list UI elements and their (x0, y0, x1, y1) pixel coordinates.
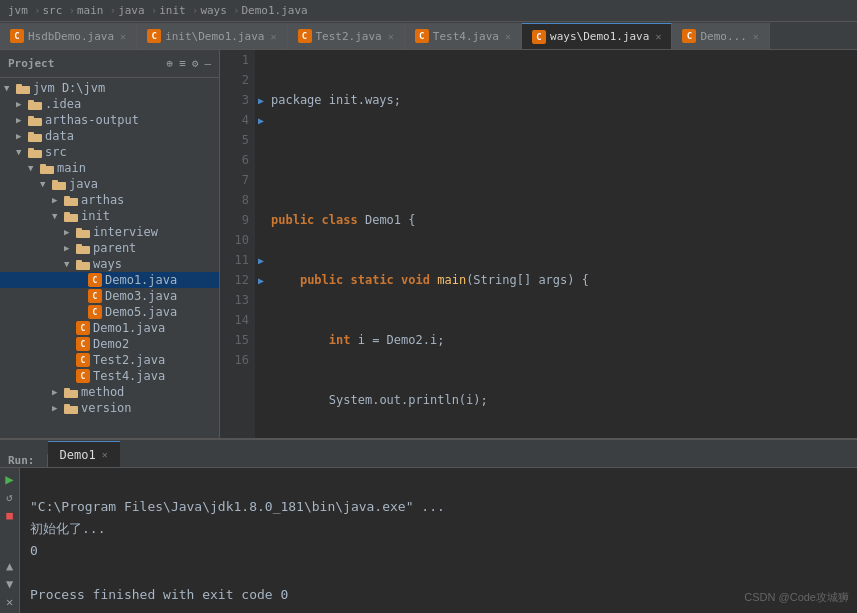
run-content: ▶ ↺ ■ ▲ ▼ ✕ "C:\Program Files\Java\jdk1.… (0, 468, 857, 613)
tree-interview[interactable]: ▶ interview (0, 224, 219, 240)
tree-src[interactable]: ▼ src (0, 144, 219, 160)
tree-label: jvm D:\jvm (33, 81, 105, 95)
tree-method[interactable]: ▶ method (0, 384, 219, 400)
scroll-up-button[interactable]: ▲ (3, 559, 17, 573)
tree-init[interactable]: ▼ init (0, 208, 219, 224)
tree-label: src (45, 145, 67, 159)
tab-close-icon[interactable]: ✕ (505, 31, 511, 42)
tree-arthas-output[interactable]: ▶ arthas-output (0, 112, 219, 128)
tab-ways-demo1[interactable]: C ways\Demo1.java ✕ (522, 23, 672, 49)
tab-close-icon[interactable]: ✕ (388, 31, 394, 42)
tab-label: Test4.java (433, 30, 499, 43)
tab-init-demo1[interactable]: C init\Demo1.java ✕ (137, 23, 287, 49)
tab-test4[interactable]: C Test4.java ✕ (405, 23, 522, 49)
breadcrumb-java[interactable]: java (118, 4, 145, 17)
run-close-button[interactable]: ✕ (3, 595, 17, 609)
svg-rect-16 (64, 214, 78, 222)
tree-test4-java[interactable]: C Test4.java (0, 368, 219, 384)
tab-close-icon[interactable]: ✕ (655, 31, 661, 42)
run-tab-label: Demo1 (60, 448, 96, 462)
tree-demo3-java[interactable]: C Demo3.java (0, 288, 219, 304)
svg-rect-27 (64, 404, 70, 407)
run-rerun-button[interactable]: ↺ (3, 490, 17, 504)
run-toolbar: ▶ ↺ ■ ▲ ▼ ✕ (0, 468, 20, 613)
svg-rect-4 (28, 118, 42, 126)
expand-icon: ▼ (28, 163, 40, 173)
tab-icon: C (298, 29, 312, 43)
sync-icon[interactable]: ⊕ (167, 57, 174, 70)
run-stop-button[interactable]: ■ (3, 508, 17, 522)
svg-rect-11 (40, 164, 46, 167)
tree-test2-java[interactable]: C Test2.java (0, 352, 219, 368)
tree-demo2[interactable]: C Demo2 (0, 336, 219, 352)
expand-icon: ▶ (52, 195, 64, 205)
run-tab-close-icon[interactable]: ✕ (102, 449, 108, 460)
breadcrumb-init[interactable]: init (159, 4, 186, 17)
expand-icon: ▶ (16, 115, 28, 125)
tree-idea[interactable]: ▶ .idea (0, 96, 219, 112)
code-editor: 12345 678910 1112131415 16 ▶ ▶ ▶ ▶ (220, 50, 857, 438)
expand-icon: ▶ (64, 227, 76, 237)
tree-arthas[interactable]: ▶ arthas (0, 192, 219, 208)
tree-label: Demo2 (93, 337, 129, 351)
tree-label: Demo5.java (105, 305, 177, 319)
tree-label: arthas-output (45, 113, 139, 127)
collapse-icon[interactable]: ≡ (179, 57, 186, 70)
tree-version[interactable]: ▶ version (0, 400, 219, 416)
code-area[interactable]: 12345 678910 1112131415 16 ▶ ▶ ▶ ▶ (220, 50, 857, 438)
tab-close-icon[interactable]: ✕ (120, 31, 126, 42)
tab-icon: C (532, 30, 546, 44)
svg-rect-13 (52, 180, 58, 183)
tree-label: Test2.java (93, 353, 165, 367)
tree-demo5-java[interactable]: C Demo5.java (0, 304, 219, 320)
tab-demo-extra[interactable]: C Demo... ✕ (672, 23, 769, 49)
run-tab-demo1[interactable]: Demo1 ✕ (48, 441, 120, 467)
tree-root[interactable]: ▼ jvm D:\jvm (0, 80, 219, 96)
output-line-3: 0 (30, 543, 38, 558)
file-icon: C (88, 289, 102, 303)
breadcrumb-jvm[interactable]: jvm (8, 4, 28, 17)
svg-rect-12 (52, 182, 66, 190)
tab-label: init\Demo1.java (165, 30, 264, 43)
sidebar-title: Project (8, 57, 54, 70)
file-icon: C (76, 337, 90, 351)
minimize-icon[interactable]: — (204, 57, 211, 70)
tree-data[interactable]: ▶ data (0, 128, 219, 144)
tree-label: java (69, 177, 98, 191)
breadcrumb-ways[interactable]: ways (200, 4, 227, 17)
line-numbers: 12345 678910 1112131415 16 (220, 50, 255, 438)
gutter: ▶ ▶ ▶ ▶ (255, 50, 267, 438)
code-content[interactable]: package init.ways; public class Demo1 { … (267, 50, 857, 438)
code-line-6: System.out.println(i); (271, 390, 853, 410)
tab-icon: C (682, 29, 696, 43)
scroll-down-button[interactable]: ▼ (3, 577, 17, 591)
tab-label: Demo... (700, 30, 746, 43)
svg-rect-9 (28, 148, 34, 151)
svg-rect-20 (76, 246, 90, 254)
tree-label: method (81, 385, 124, 399)
tree-ways[interactable]: ▼ ways (0, 256, 219, 272)
settings-icon[interactable]: ⚙ (192, 57, 199, 70)
tab-close-icon[interactable]: ✕ (270, 31, 276, 42)
run-play-button[interactable]: ▶ (3, 472, 17, 486)
tree-demo1-java-init[interactable]: C Demo1.java (0, 320, 219, 336)
tree-label: version (81, 401, 132, 415)
tree-label: Test4.java (93, 369, 165, 383)
breadcrumb-file[interactable]: Demo1.java (242, 4, 308, 17)
tree-java[interactable]: ▼ java (0, 176, 219, 192)
tree-demo1-java[interactable]: C Demo1.java (0, 272, 219, 288)
tree-label: init (81, 209, 110, 223)
breadcrumb-src[interactable]: src (43, 4, 63, 17)
tree-label: ways (93, 257, 122, 271)
file-icon: C (76, 369, 90, 383)
tree-main[interactable]: ▼ main (0, 160, 219, 176)
output-line-5: Process finished with exit code 0 (30, 587, 288, 602)
tree-parent[interactable]: ▶ parent (0, 240, 219, 256)
breadcrumb: jvm › src › main › java › init › ways › … (0, 0, 857, 22)
tab-icon: C (415, 29, 429, 43)
tab-close-icon[interactable]: ✕ (753, 31, 759, 42)
breadcrumb-main[interactable]: main (77, 4, 104, 17)
sidebar-icons: ⊕ ≡ ⚙ — (167, 57, 212, 70)
tab-test2[interactable]: C Test2.java ✕ (288, 23, 405, 49)
tab-hsdb[interactable]: C HsdbDemo.java ✕ (0, 23, 137, 49)
